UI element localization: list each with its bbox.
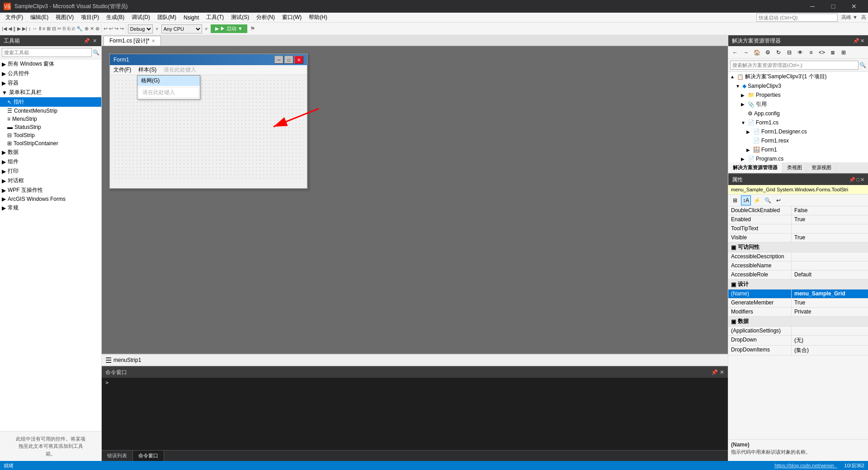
se-properties-node[interactable]: ▶ 📁 Properties: [728, 90, 868, 100]
props-filter-btn[interactable]: 🔍: [763, 195, 773, 205]
tab-form1-design[interactable]: Form1.cs [设计]* ✕: [104, 36, 161, 46]
se-references-node[interactable]: ▶ 📎 引用: [728, 100, 868, 109]
form-dropdown-item-grid[interactable]: 格网(G): [137, 76, 200, 86]
se-form1-node[interactable]: ▶ 🪟 Form1: [728, 145, 868, 154]
group-collapse-icon[interactable]: ▣: [731, 318, 736, 325]
command-tab-command[interactable]: 命令窗口: [133, 451, 164, 461]
prop-val[interactable]: [792, 261, 868, 270]
toolbox-group-containers[interactable]: ▶ 容器: [0, 78, 101, 88]
command-body[interactable]: >: [102, 378, 728, 450]
se-form1resx-node[interactable]: ▶ 📄 Form1.resx: [728, 136, 868, 145]
form-menu-file[interactable]: 文件(F): [110, 65, 135, 75]
menu-test[interactable]: 测试(S): [227, 13, 253, 22]
prop-val[interactable]: [792, 224, 868, 233]
group-collapse-icon[interactable]: ▣: [731, 281, 736, 288]
toolbox-search-input[interactable]: [2, 48, 92, 57]
menu-tools[interactable]: 工具(T): [203, 13, 227, 22]
component-tray-label[interactable]: menuStrip1: [113, 357, 141, 363]
toolbox-group-windows-forms[interactable]: ▶ 所有 Windows 窗体: [0, 59, 101, 69]
toolbox-close-button[interactable]: ✕: [92, 38, 98, 44]
form-close-button[interactable]: ✕: [294, 56, 303, 64]
prop-val[interactable]: True: [792, 215, 868, 224]
menu-window[interactable]: 窗口(W): [278, 13, 305, 22]
toolbox-item-toolstripcontainer[interactable]: ⊞ ToolStripContainer: [0, 139, 101, 147]
quick-launch-input[interactable]: [756, 14, 838, 22]
form-dropdown-placeholder[interactable]: 请在此处键入: [138, 87, 199, 98]
menu-help[interactable]: 帮助(H): [305, 13, 331, 22]
se-form1designer-node[interactable]: ▶ 📄 Form1.Designer.cs: [728, 127, 868, 136]
menu-project[interactable]: 项目(P): [77, 13, 103, 22]
se-appconfig-node[interactable]: ▶ ⚙ App.config: [728, 109, 868, 118]
menu-edit[interactable]: 编辑(E): [27, 13, 52, 22]
status-link[interactable]: https://blog.csdn.net/weixin_: [774, 463, 837, 468]
tab-close-button[interactable]: ✕: [151, 38, 155, 43]
toolbox-item-toolstrip[interactable]: ⊟ ToolStrip: [0, 131, 101, 139]
se-search-input[interactable]: [730, 61, 859, 70]
props-close-button[interactable]: ✕: [860, 177, 864, 183]
props-maximize-button[interactable]: □: [856, 177, 859, 183]
se-back-button[interactable]: ←: [730, 47, 740, 57]
se-project-node[interactable]: ▼ ◆ SampleClipv3: [728, 81, 868, 90]
toolbox-group-wpf[interactable]: ▶ WPF 互操作性: [0, 185, 101, 195]
command-tab-errors[interactable]: 错误列表: [102, 451, 133, 461]
se-tab-solution-explorer[interactable]: 解决方案资源管理器: [728, 162, 783, 173]
prop-val[interactable]: False: [792, 206, 868, 215]
form-menu-type-here[interactable]: 请在此处键入: [160, 65, 200, 75]
toolbox-group-common-controls[interactable]: ▶ 公共控件: [0, 69, 101, 78]
se-pin-button[interactable]: 📌: [853, 38, 859, 44]
toolbox-group-dialogs[interactable]: ▶ 对话框: [0, 176, 101, 185]
toolbox-item-pointer[interactable]: ↖ 指针: [0, 97, 101, 107]
command-pin-button[interactable]: 📌: [711, 369, 718, 375]
se-home-button[interactable]: 🏠: [752, 47, 762, 57]
menu-view[interactable]: 视图(V): [52, 13, 77, 22]
debug-config-select[interactable]: Debug: [128, 24, 153, 33]
toolbox-group-printing[interactable]: ▶ 打印: [0, 166, 101, 176]
se-collapse-button[interactable]: ⊟: [784, 47, 794, 57]
se-solution-node[interactable]: ▲ 📋 解决方案'SampleClipv3'(1 个项目): [728, 72, 868, 81]
form-maximize-button[interactable]: □: [284, 56, 293, 64]
se-tab-class-view[interactable]: 类视图: [783, 162, 807, 173]
toolbox-item-contextmenustrip[interactable]: ☰ ContextMenuStrip: [0, 107, 101, 115]
props-sort-btn[interactable]: ↕A: [741, 195, 751, 205]
prop-val[interactable]: True: [792, 299, 868, 307]
prop-val[interactable]: Private: [792, 308, 868, 316]
toolbox-item-menustrip[interactable]: ≡ MenuStrip: [0, 115, 101, 123]
group-collapse-icon[interactable]: ▣: [731, 244, 736, 251]
menu-file[interactable]: 文件(F): [2, 13, 27, 22]
prop-val[interactable]: Default: [792, 271, 868, 279]
form-menu-sample[interactable]: 样本(S): [135, 65, 160, 75]
toolbox-group-components[interactable]: ▶ 组件: [0, 157, 101, 166]
se-programcs-node[interactable]: ▶ 📄 Program.cs: [728, 154, 868, 162]
minimize-button[interactable]: ─: [802, 0, 823, 13]
se-tab-resource-view[interactable]: 资源视图: [807, 162, 836, 173]
toolbox-item-statusstrip[interactable]: ▬ StatusStrip: [0, 123, 101, 131]
maximize-button[interactable]: □: [823, 0, 844, 13]
props-reset-btn[interactable]: ↩: [774, 195, 783, 205]
toolbox-pin-button[interactable]: 📌: [83, 38, 91, 44]
menu-build[interactable]: 生成(B): [103, 13, 128, 22]
se-properties-button[interactable]: ≣: [828, 47, 838, 57]
prop-val[interactable]: [792, 252, 868, 261]
menu-team[interactable]: 团队(M): [154, 13, 180, 22]
close-button[interactable]: ✕: [844, 0, 864, 13]
toolbox-group-data[interactable]: ▶ 数据: [0, 147, 101, 157]
props-events-btn[interactable]: ⚡: [752, 195, 762, 205]
se-code-button[interactable]: <>: [817, 47, 827, 57]
prop-val[interactable]: (无): [792, 336, 868, 345]
se-form1cs-node[interactable]: ▼ 📄 Form1.cs: [728, 118, 868, 127]
platform-select[interactable]: Any CPU: [161, 24, 202, 33]
se-settings-button[interactable]: ⚙: [763, 47, 773, 57]
menu-analyze[interactable]: 分析(N): [253, 13, 278, 22]
se-filter-button[interactable]: ≡: [806, 47, 816, 57]
se-close-button[interactable]: ✕: [860, 38, 864, 44]
toolbox-group-arcgis[interactable]: ▶ ArcGIS Windows Forms: [0, 195, 101, 203]
prop-val[interactable]: [792, 327, 868, 335]
se-refresh-button[interactable]: ↻: [774, 47, 783, 57]
se-show-all-button[interactable]: 👁: [795, 47, 805, 57]
run-button[interactable]: ▶ ▶ 启动 ▼: [211, 24, 247, 33]
prop-val[interactable]: True: [792, 233, 868, 242]
props-grid-btn[interactable]: ⊞: [730, 195, 740, 205]
prop-val[interactable]: (集合): [792, 346, 868, 355]
props-pin-button[interactable]: 📌: [849, 177, 855, 183]
se-split-button[interactable]: ⊞: [839, 47, 849, 57]
